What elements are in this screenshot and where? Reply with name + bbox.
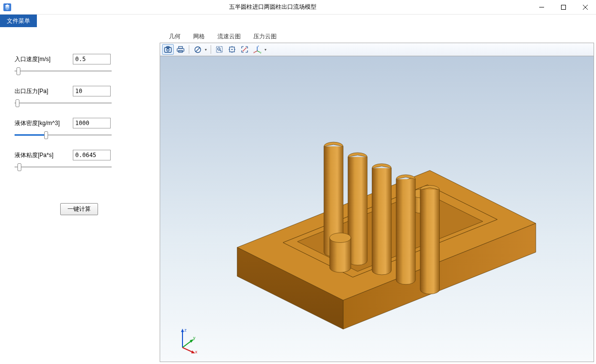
svg-line-18 [243,47,247,51]
svg-rect-13 [216,47,222,52]
rotate-view-button[interactable]: zxy [251,44,263,55]
tab-velocity-contour[interactable]: 流速云图 [211,30,247,43]
print-button[interactable] [175,44,186,55]
axis-y-label: y [193,335,196,340]
svg-line-20 [254,51,257,52]
viscosity-label: 液体粘度[Pa*s] [15,151,73,159]
toolbar-separator [211,45,211,54]
dropdown-arrow-icon[interactable]: ▾ [203,47,208,52]
minimize-button[interactable] [530,0,552,15]
svg-text:z: z [258,45,259,47]
zoom-selection-button[interactable] [239,44,250,55]
viewer-tabs: 几何 网格 流速云图 压力云图 [160,31,594,43]
svg-rect-2 [561,5,565,9]
outlet-pressure-slider[interactable] [15,102,112,104]
svg-marker-37 [191,350,195,353]
file-menu[interactable]: 文件菜单 [0,15,37,27]
zoom-extents-button[interactable] [226,44,238,55]
axis-z-label: z [184,328,187,332]
geometry-viewport[interactable]: z y x [160,56,594,362]
close-button[interactable] [574,0,596,15]
svg-point-7 [167,49,169,51]
maximize-button[interactable] [552,0,574,15]
svg-line-15 [220,50,221,51]
viewer-toolbar: ▾ zxy ▾ [160,43,594,56]
density-slider[interactable] [15,134,112,136]
calculate-button[interactable]: 一键计算 [60,203,98,215]
svg-line-36 [182,348,193,352]
tab-pressure-contour[interactable]: 压力云图 [247,30,283,43]
svg-marker-33 [181,329,184,332]
axis-triad: z y x [173,326,202,355]
dropdown-arrow-icon[interactable]: ▾ [263,47,268,52]
toolbar-separator [189,45,189,54]
inlet-velocity-label: 入口速度[m/s] [15,55,73,63]
axis-x-label: x [195,349,198,354]
parameters-sidebar: 入口速度[m/s] 出口压力[Pa] 液体密度[kg/m^3] 液体粘度[Pa*… [0,27,158,364]
svg-line-12 [196,47,200,52]
viewer-panel: 几何 网格 流速云图 压力云图 ▾ [158,27,596,364]
inlet-velocity-slider[interactable] [15,70,112,72]
title-bar: 五半圆柱进口两圆柱出口流场模型 [0,0,596,15]
menu-bar: 文件菜单 [0,15,596,27]
app-icon [0,0,15,15]
window-controls [530,0,596,15]
viscosity-input[interactable] [73,150,111,160]
inlet-velocity-input[interactable] [73,54,111,64]
svg-text:y: y [260,51,262,54]
outlet-pressure-input[interactable] [73,86,111,96]
svg-point-31 [330,233,351,243]
svg-rect-9 [177,48,184,51]
geometry-3d-render [160,56,594,362]
outlet-pressure-label: 出口压力[Pa] [15,87,73,95]
svg-point-14 [218,48,220,50]
screenshot-button[interactable] [162,44,174,55]
content-area: 入口速度[m/s] 出口压力[Pa] 液体密度[kg/m^3] 液体粘度[Pa*… [0,27,596,364]
tab-mesh[interactable]: 网格 [187,30,211,43]
hide-none-button[interactable] [192,44,203,55]
density-label: 液体密度[kg/m^3] [15,119,73,127]
tab-geometry[interactable]: 几何 [163,30,187,43]
viscosity-slider[interactable] [15,166,112,168]
zoom-window-button[interactable] [214,44,225,55]
svg-point-17 [232,49,232,50]
window-title: 五半圆柱进口两圆柱出口流场模型 [15,3,530,11]
density-input[interactable] [73,118,111,128]
